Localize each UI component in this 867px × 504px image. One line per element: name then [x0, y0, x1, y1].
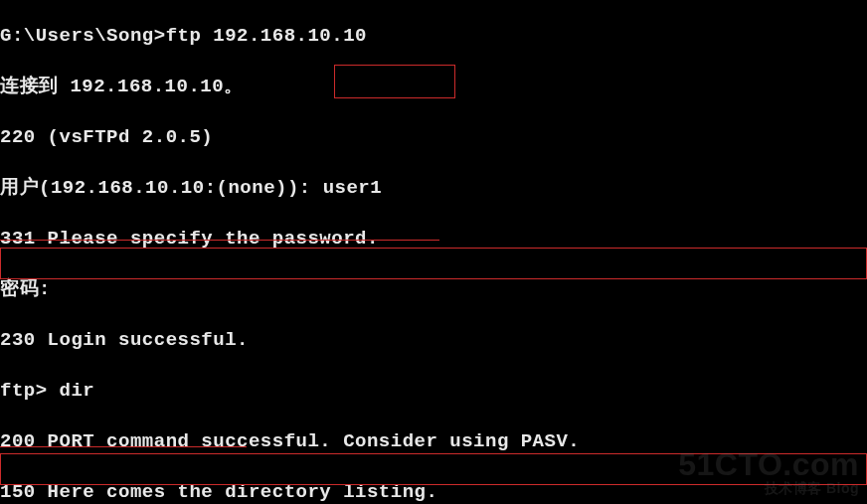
terminal-output: G:\Users\Song>ftp 192.168.10.10 连接到 192.…	[0, 0, 770, 504]
term-line: 200 PORT command successful. Consider us…	[0, 429, 770, 455]
term-line: ftp> dir	[0, 379, 770, 405]
term-line: 220 (vsFTPd 2.0.5)	[0, 125, 770, 151]
term-line: G:\Users\Song>ftp 192.168.10.10	[0, 24, 770, 50]
term-line: 150 Here comes the directory listing.	[0, 480, 770, 505]
term-line: 用户(192.168.10.10:(none)): user1	[0, 176, 770, 202]
term-line: 连接到 192.168.10.10。	[0, 75, 770, 100]
term-line: 331 Please specify the password.	[0, 227, 770, 252]
term-line: 密码:	[0, 277, 770, 303]
term-line: 230 Login successful.	[0, 328, 770, 354]
